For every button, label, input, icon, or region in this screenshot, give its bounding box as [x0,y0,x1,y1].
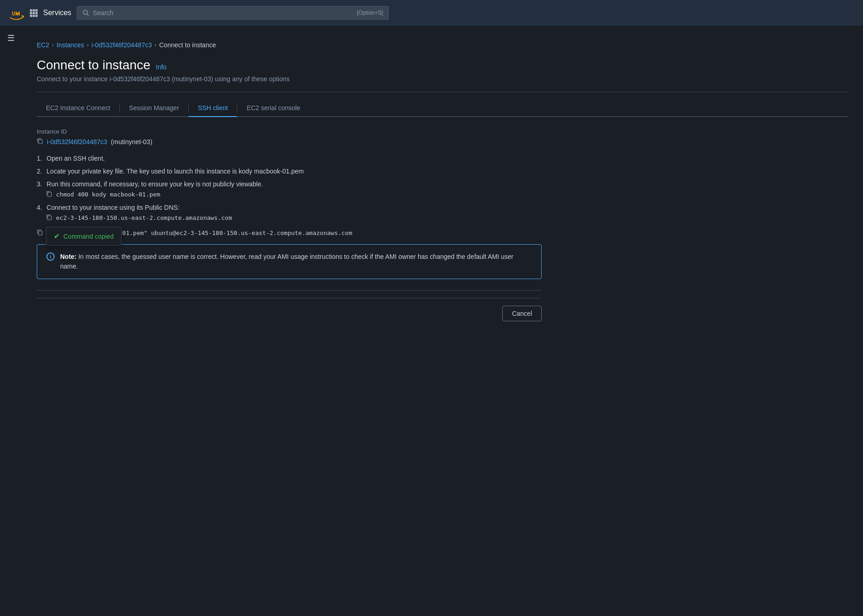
svg-rect-14 [39,231,42,235]
svg-rect-7 [33,15,35,17]
tab-ec2-instance-connect[interactable]: EC2 Instance Connect [37,100,119,117]
svg-line-10 [87,14,89,16]
svg-rect-1 [33,9,35,11]
breadcrumb-ec2[interactable]: EC2 [37,41,49,49]
tab-session-manager[interactable]: Session Manager [120,100,188,117]
svg-rect-3 [30,12,32,14]
footer-divider [37,290,542,291]
note-text: Note: In most cases, the guessed user na… [60,252,532,271]
step-1-number: 1. [37,155,42,162]
search-bar[interactable]: [Option+S] [77,6,389,20]
svg-rect-2 [35,9,38,11]
svg-rect-0 [30,9,32,11]
search-shortcut: [Option+S] [357,10,383,16]
info-link[interactable]: Info [156,63,167,71]
svg-rect-11 [39,140,42,144]
search-input[interactable] [93,9,353,17]
note-box: i Note: In most cases, the guessed user … [37,244,542,279]
aws-logo[interactable] [7,5,24,21]
breadcrumb-sep-1: › [52,42,54,48]
command-copied-text: Command copied [63,233,114,240]
svg-rect-8 [35,15,38,17]
page-footer: Cancel [37,298,542,321]
main-content: EC2 › Instances › i-0d532f46f204487c3 › … [22,26,863,330]
side-nav-toggle[interactable]: ☰ [7,33,15,43]
copy-ssh-command-icon[interactable] [37,229,43,237]
step-3: 3. Run this command, if necessary, to en… [37,180,542,198]
page-title-row: Connect to instance Info [37,58,848,73]
breadcrumb-instance-id[interactable]: i-0d532f46f204487c3 [91,41,152,49]
search-icon [83,10,89,16]
breadcrumb-sep-2: › [87,42,89,48]
tab-ssh-client[interactable]: SSH client [189,100,237,117]
step-3-command-row: chmod 400 kody macbook-01.pem [46,190,542,198]
instance-id-row: i-0d532f46f204487c3 (mutinynet-03) [37,138,542,146]
step-1: 1. Open an SSH client. [37,155,542,162]
breadcrumb-current: Connect to instance [159,41,216,49]
steps-list: 1. Open an SSH client. 2. Locate your pr… [37,155,542,222]
note-bold: Note: [60,253,77,260]
services-nav-label[interactable]: Services [43,9,71,17]
step-4-command: ec2-3-145-180-150.us-east-2.compute.amaz… [56,214,232,221]
tab-ec2-serial-console[interactable]: EC2 serial console [237,100,309,117]
copy-instance-id-icon[interactable] [37,138,43,146]
check-circle-icon: ✔ [54,232,60,241]
breadcrumb-sep-3: › [155,42,157,48]
page-title: Connect to instance [37,58,151,73]
step-2-number: 2. [37,168,42,175]
step-4-number: 4. [37,204,42,211]
step-4-text: 4. Connect to your instance using its Pu… [37,204,542,211]
top-navigation: Services [Option+S] [0,0,863,26]
svg-rect-5 [35,12,38,14]
breadcrumb: EC2 › Instances › i-0d532f46f204487c3 › … [37,41,848,49]
ssh-content: Instance ID i-0d532f46f204487c3 (mutinyn… [37,128,542,321]
svg-rect-13 [48,216,51,220]
step-3-text: 3. Run this command, if necessary, to en… [37,180,542,188]
page-subtitle: Connect to your instance i-0d532f46f2044… [37,75,848,83]
step-3-command: chmod 400 kody macbook-01.pem [56,191,160,198]
step-3-number: 3. [37,180,42,188]
step-2-text: 2. Locate your private key file. The key… [37,168,542,175]
step-1-text: 1. Open an SSH client. [37,155,542,162]
svg-rect-4 [33,12,35,14]
note-body: In most cases, the guessed user name is … [60,253,514,270]
svg-rect-12 [48,192,51,196]
breadcrumb-instances[interactable]: Instances [56,41,84,49]
page-header: Connect to instance Info Connect to your… [37,58,848,83]
copy-step3-command-icon[interactable] [46,190,52,198]
grid-icon[interactable] [29,9,38,17]
step-4-command-row: ec2-3-145-180-150.us-east-2.compute.amaz… [46,214,542,222]
step-4: 4. Connect to your instance using its Pu… [37,204,542,222]
note-info-icon: i [46,252,55,261]
header-divider [37,92,848,92]
tab-bar: EC2 Instance Connect Session Manager SSH… [37,100,848,117]
instance-name: (mutinynet-03) [111,138,152,146]
instance-id-link[interactable]: i-0d532f46f204487c3 [47,138,107,146]
instance-id-label: Instance ID [37,128,542,135]
copy-step4-command-icon[interactable] [46,214,52,222]
cancel-button[interactable]: Cancel [502,306,542,321]
step-2: 2. Locate your private key file. The key… [37,168,542,175]
svg-rect-6 [30,15,32,17]
command-copied-badge: ✔ Command copied [46,227,122,246]
